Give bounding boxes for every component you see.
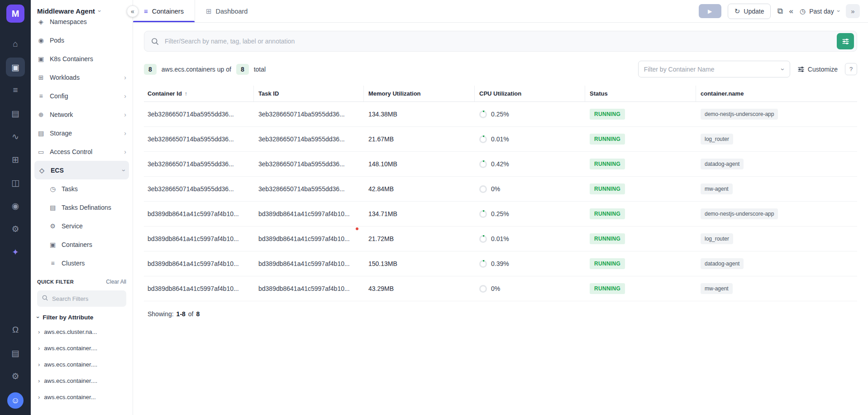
table-row[interactable]: 3eb3286650714ba5955dd36... 3eb3286650714… [144, 177, 857, 202]
chevron-right-icon: › [38, 361, 40, 368]
chevron-right-icon: › [124, 74, 126, 81]
container-name-chip: datadog-agent [701, 159, 744, 169]
sidebar-item-clusters[interactable]: ≡ Clusters [43, 254, 133, 272]
sidebar-item-access-control[interactable]: ▭ Access Control › [31, 142, 133, 161]
chevron-right-icon: › [38, 328, 40, 335]
ecs-submenu: ◷ Tasks ▤ Tasks Definations ⚙ Service ▣ … [31, 179, 133, 272]
filter-search-box [37, 290, 126, 307]
sidebar-item-k8s-containers[interactable]: ▣ K8s Containers [31, 49, 133, 68]
column-cpu[interactable]: CPU Utilization [475, 86, 585, 101]
settings-icon[interactable]: ⚙ [6, 219, 25, 238]
main-search-input[interactable] [165, 38, 831, 45]
containers-icon[interactable]: ▣ [6, 58, 25, 77]
tab-bar: ≡ Containers ⊞ Dashboard [133, 0, 258, 22]
search-icon [151, 37, 159, 46]
support-icon[interactable]: Ω [6, 320, 25, 339]
column-container-id[interactable]: Container Id ↑ [144, 86, 254, 101]
table-row[interactable]: bd389db8641a41c5997af4b10... bd389db8641… [144, 251, 857, 276]
chevron-right-icon: › [124, 148, 126, 155]
sidebar: « Middleware Agent › ◈ Namespaces ◉ Pods… [31, 0, 133, 415]
user-avatar[interactable]: ☺ [7, 392, 24, 409]
table-row[interactable]: 3eb3286650714ba5955dd36... 3eb3286650714… [144, 127, 857, 152]
sidebar-item-tasks-definations[interactable]: ▤ Tasks Definations [43, 198, 133, 217]
help-button[interactable]: ? [845, 63, 857, 75]
time-shift-back-button[interactable]: « [789, 7, 793, 16]
status-badge: RUNNING [590, 183, 625, 194]
sidebar-collapse-button[interactable]: « [127, 5, 138, 17]
chevron-right-icon: › [124, 92, 126, 100]
column-container-name[interactable]: container.name [696, 86, 857, 101]
workspace-title: Middleware Agent [37, 7, 95, 15]
update-button[interactable]: ↻ Update [728, 4, 771, 19]
status-badge: RUNNING [590, 233, 625, 244]
tab-dashboard[interactable]: ⊞ Dashboard [195, 0, 259, 22]
sidebar-item-network[interactable]: ⊕ Network › [31, 105, 133, 124]
table-row[interactable]: bd389db8641a41c5997af4b10... bd389db8641… [144, 276, 857, 301]
filter-by-attribute-toggle[interactable]: › Filter by Attribute [37, 314, 126, 321]
sidebar-item-tasks[interactable]: ◷ Tasks [43, 179, 133, 198]
cpu-donut [479, 111, 487, 118]
attribute-item[interactable]: › aws.ecs.container... [37, 389, 126, 405]
time-range-selector[interactable]: ◷ Past day › [800, 7, 839, 15]
chevron-right-icon: › [38, 377, 40, 384]
chevron-right-icon: › [38, 394, 40, 401]
quick-filter-section: QUICK FILTER Clear All › Filter by Attri… [31, 279, 133, 405]
column-status[interactable]: Status [585, 86, 696, 101]
sidebar-item-containers[interactable]: ▣ Containers [43, 235, 133, 254]
table-row[interactable]: 3eb3286650714ba5955dd36... 3eb3286650714… [144, 152, 857, 177]
sidebar-item-ecs[interactable]: ◇ ECS › [34, 161, 129, 179]
add-filter-button[interactable] [837, 33, 854, 49]
sliders-icon [842, 38, 849, 45]
sidebar-item-workloads[interactable]: ⊞ Workloads › [31, 68, 133, 87]
copy-button[interactable]: ⧉ [777, 7, 782, 16]
column-memory[interactable]: Memory Utilization [364, 86, 475, 101]
time-shift-forward-button[interactable]: » [846, 4, 860, 18]
traces-icon[interactable]: ∿ [6, 127, 25, 146]
chevron-down-icon: › [96, 10, 103, 12]
cpu-donut [479, 160, 487, 168]
table-row[interactable]: bd389db8641a41c5997af4b10... bd389db8641… [144, 202, 857, 227]
column-task-id[interactable]: Task ID [254, 86, 364, 101]
workspace-switcher[interactable]: Middleware Agent › [31, 0, 133, 19]
document-icon[interactable]: ▤ [6, 104, 25, 123]
sidebar-item-storage[interactable]: ▤ Storage › [31, 124, 133, 142]
play-button[interactable]: ▶ [699, 4, 721, 18]
tab-containers[interactable]: ≡ Containers [133, 0, 195, 22]
home-icon[interactable]: ⌂ [6, 34, 25, 53]
summary-label: aws.ecs.containers up of [162, 66, 231, 73]
attribute-item[interactable]: › aws.ecs.container.... [37, 356, 126, 372]
sidebar-item-service[interactable]: ⚙ Service [43, 217, 133, 235]
apps-icon[interactable]: ⊞ [6, 150, 25, 169]
customize-button[interactable]: Customize [797, 66, 838, 73]
logs-icon[interactable]: ≡ [6, 81, 25, 100]
table-row[interactable]: bd389db8641a41c5997af4b10... bd389db8641… [144, 227, 857, 251]
container-name-chip: datadog-agent [701, 258, 744, 269]
attribute-item[interactable]: › aws.ecs.container.... [37, 372, 126, 389]
cpu-donut [479, 285, 487, 293]
container-name-filter-select[interactable]: Filter by Container Name › [638, 61, 790, 77]
namespaces-icon: ◈ [37, 19, 45, 25]
container-name-chip: mw-agent [701, 283, 733, 294]
monitor-icon[interactable]: ◉ [6, 196, 25, 215]
icon-rail: M ⌂ ▣ ≡ ▤ ∿ ⊞ ◫ ◉ ⚙ ✦ Ω ▤ ⚙ ☺ [0, 0, 31, 415]
attribute-item[interactable]: › aws.ecs.container.... [37, 340, 126, 356]
attribute-item[interactable]: › aws.ecs.cluster.na... [37, 323, 126, 340]
list-icon: ≡ [144, 7, 148, 15]
container-name-chip: demo-nestjs-underscore-app [701, 109, 778, 120]
table-header: Container Id ↑ Task ID Memory Utilizatio… [144, 86, 857, 102]
sidebar-item-config[interactable]: ≡ Config › [31, 87, 133, 105]
preferences-icon[interactable]: ⚙ [6, 367, 25, 386]
attribute-list: › aws.ecs.cluster.na... › aws.ecs.contai… [37, 323, 126, 405]
sidebar-item-pods[interactable]: ◉ Pods [31, 31, 133, 49]
table-row[interactable]: 3eb3286650714ba5955dd36... 3eb3286650714… [144, 102, 857, 127]
package-icon[interactable]: ▤ [6, 343, 25, 362]
integrations-icon[interactable]: ◫ [6, 173, 25, 192]
status-badge: RUNNING [590, 109, 625, 120]
ai-sparkle-icon[interactable]: ✦ [6, 242, 25, 261]
task-definitions-icon: ▤ [49, 204, 57, 211]
clear-all-link[interactable]: Clear All [106, 279, 126, 285]
clock-icon: ◷ [800, 7, 806, 15]
middleware-logo[interactable]: M [6, 5, 24, 23]
sidebar-item-namespaces[interactable]: ◈ Namespaces [31, 19, 133, 31]
filter-search-input[interactable] [52, 295, 122, 302]
